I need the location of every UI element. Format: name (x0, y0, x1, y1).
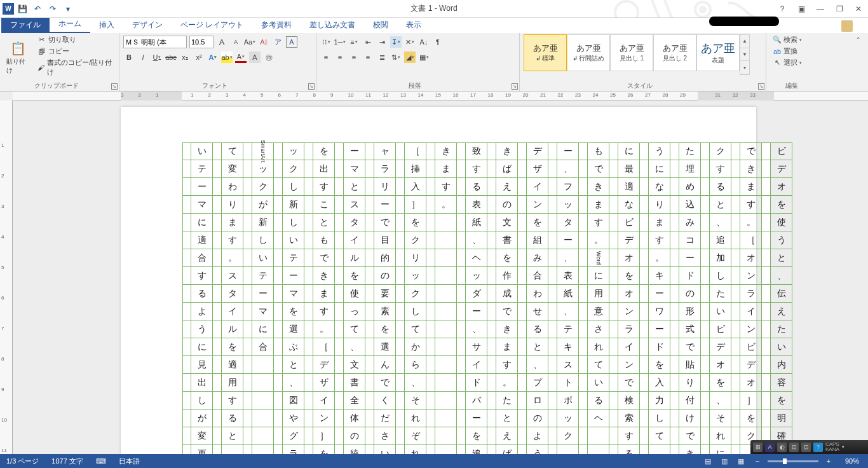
tray-icon[interactable]: ⊞ (753, 443, 763, 452)
style-no-spacing[interactable]: あア亜↲ 行間詰め (567, 34, 610, 71)
shading-button[interactable]: ◢ (404, 52, 416, 63)
highlight-button[interactable]: ab (221, 52, 233, 63)
replace-button[interactable]: ab置換 (770, 46, 820, 57)
user-name-badge[interactable] (709, 17, 779, 26)
styles-scroll[interactable]: ▲▼▾ (740, 34, 750, 75)
tab-mailings[interactable]: 差し込み文書 (301, 17, 364, 33)
grid-cell: 挿 (405, 160, 426, 178)
page-count[interactable]: 1/3 ページ (0, 457, 45, 466)
zoom-out-button[interactable]: − (751, 456, 764, 466)
tab-design[interactable]: デザイン (123, 17, 172, 33)
select-button[interactable]: ↖選択▾ (770, 57, 820, 68)
format-painter-button[interactable]: 🖌書式のコピー/貼り付け (35, 57, 115, 78)
language-indicator[interactable]: 日本語 (112, 457, 146, 466)
styles-dialog-launcher[interactable]: ↘ (758, 83, 764, 90)
tray-icon[interactable]: ? (813, 443, 823, 452)
collapse-ribbon-button[interactable]: ˄ (853, 34, 864, 46)
clear-formatting-button[interactable]: Aͯ (258, 36, 269, 48)
text-direction-button[interactable]: ↧ (390, 36, 402, 48)
tab-home[interactable]: ホーム (50, 16, 90, 33)
line-spacing-button[interactable]: ⇅ (390, 52, 402, 63)
multilevel-list-button[interactable]: ≡ (348, 36, 360, 48)
style-normal[interactable]: あア亜↲ 標準 (524, 34, 567, 71)
horizontal-ruler[interactable]: 3211234567891011121314151617181920212223… (13, 92, 868, 100)
decrease-indent-button[interactable]: ⇤ (362, 36, 374, 48)
paragraph-dialog-launcher[interactable]: ↘ (512, 83, 518, 90)
page[interactable]: ビデオを使うと、伝えたい内容を明確にできます。［オンラインビデオ］をククすると、… (121, 107, 756, 454)
enclose-characters-button[interactable]: ㊕ (263, 52, 275, 63)
minimize-button[interactable]: — (811, 2, 830, 16)
align-center-button[interactable]: ≡ (334, 52, 346, 63)
bold-button[interactable]: B (123, 52, 135, 63)
grow-font-button[interactable]: A (216, 36, 227, 48)
user-avatar[interactable] (841, 20, 853, 32)
qat-customize[interactable]: ▾ (61, 2, 75, 16)
font-color-button[interactable]: A (235, 52, 247, 63)
zoom-in-button[interactable]: + (822, 456, 835, 466)
web-layout-button[interactable]: ▦ (735, 456, 747, 466)
justify-button[interactable]: ≡ (362, 52, 374, 63)
undo-button[interactable]: ↶ (31, 2, 44, 16)
borders-button[interactable]: ▦ (418, 52, 430, 63)
change-case-button[interactable]: Aa (244, 36, 255, 48)
redo-button[interactable]: ↷ (46, 2, 60, 16)
shrink-font-button[interactable]: A (230, 36, 241, 48)
asian-layout-button[interactable]: ✕ (404, 36, 416, 48)
paste-button[interactable]: 📋 貼り付け (4, 34, 32, 80)
italic-button[interactable]: I (137, 52, 149, 63)
bullets-button[interactable]: ⁝⁝ (320, 36, 332, 48)
tray-icon[interactable]: ◐ (777, 443, 787, 452)
sort-button[interactable]: A↓ (418, 36, 430, 48)
vertical-ruler[interactable]: 1234567891011 (0, 100, 13, 454)
zoom-level[interactable]: 90% (839, 457, 865, 465)
align-left-button[interactable]: ≡ (320, 52, 332, 63)
font-name-combo[interactable] (123, 36, 187, 48)
numbering-button[interactable]: 1─ (334, 36, 346, 48)
tab-references[interactable]: 参考資料 (252, 17, 301, 33)
text-effects-button[interactable]: A (207, 52, 219, 63)
distribute-button[interactable]: ≣ (376, 52, 388, 63)
find-button[interactable]: 🔍検索▾ (770, 34, 820, 45)
tab-view[interactable]: 表示 (397, 17, 430, 33)
phonetic-guide-button[interactable]: ア (272, 36, 283, 48)
style-heading1[interactable]: あア亜見出し 1 (610, 34, 653, 71)
system-tray[interactable]: ⊞ A ◐ ⊡ ⊡ ? CAPSKANA ▾ (750, 440, 868, 454)
copy-button[interactable]: 🗐コピー (35, 46, 115, 57)
save-button[interactable]: 💾 (15, 2, 29, 16)
print-layout-button[interactable]: ▥ (718, 456, 731, 466)
strikethrough-button[interactable]: abc (165, 52, 177, 63)
grid-cell (435, 214, 457, 231)
increase-indent-button[interactable]: ⇥ (376, 36, 388, 48)
restore-button[interactable]: ❐ (830, 2, 849, 16)
subscript-button[interactable]: x₂ (179, 52, 191, 63)
show-marks-button[interactable]: ¶ (432, 36, 444, 48)
font-dialog-launcher[interactable]: ↘ (308, 83, 315, 90)
help-button[interactable]: ? (773, 2, 792, 16)
underline-button[interactable]: U (151, 52, 163, 63)
spellcheck-icon[interactable]: ⌨ (90, 457, 112, 465)
clipboard-dialog-launcher[interactable]: ↘ (111, 83, 118, 90)
style-heading2[interactable]: あア亜見出し 2 (653, 34, 696, 71)
ribbon-display-options[interactable]: ▣ (792, 2, 811, 16)
cut-button[interactable]: ✂切り取り (35, 34, 115, 45)
tab-layout[interactable]: ページ レイアウト (172, 17, 252, 33)
tab-review[interactable]: 校閲 (364, 17, 397, 33)
tray-icon[interactable]: ⊡ (801, 443, 811, 452)
font-size-combo[interactable] (189, 36, 214, 48)
zoom-slider[interactable] (768, 460, 818, 462)
style-title[interactable]: あア亜表題 (696, 34, 740, 71)
word-count[interactable]: 1077 文字 (45, 457, 90, 466)
grid-cell: 文 (496, 214, 518, 231)
tab-insert[interactable]: 挿入 (90, 17, 123, 33)
read-mode-button[interactable]: ▤ (702, 456, 714, 466)
tab-file[interactable]: ファイル (1, 17, 50, 33)
tray-icon[interactable]: ⊡ (789, 443, 799, 452)
character-border-button[interactable]: A (286, 36, 297, 48)
tray-icon[interactable]: A (765, 443, 775, 452)
styles-gallery[interactable]: あア亜↲ 標準 あア亜↲ 行間詰め あア亜見出し 1 あア亜見出し 2 あア亜表… (524, 34, 762, 75)
close-button[interactable]: ✕ (849, 2, 868, 16)
grid-cell: と (344, 178, 365, 196)
align-right-button[interactable]: ≡ (348, 52, 360, 63)
character-shading-button[interactable]: A (249, 52, 261, 63)
superscript-button[interactable]: x² (193, 52, 205, 63)
